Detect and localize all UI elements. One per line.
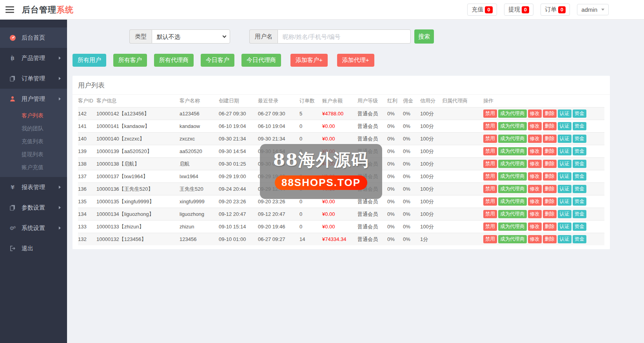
row-action-make-agent[interactable]: 成为代理商 xyxy=(498,160,527,168)
row-action-verify[interactable]: 认证 xyxy=(558,122,571,130)
search-button[interactable]: 搜索 xyxy=(414,29,434,44)
orders-button[interactable]: 订单 0 xyxy=(541,4,570,16)
row-action-edit[interactable]: 修改 xyxy=(528,197,542,206)
row-action-disable[interactable]: 禁用 xyxy=(483,135,497,143)
row-action-disable[interactable]: 禁用 xyxy=(483,185,497,193)
row-action-edit[interactable]: 修改 xyxy=(528,210,542,218)
row-action-funds[interactable]: 资金 xyxy=(573,122,586,130)
row-action-delete[interactable]: 删除 xyxy=(543,235,557,243)
row-action-verify[interactable]: 认证 xyxy=(558,210,571,218)
add-agent-button[interactable]: 添加代理+ xyxy=(337,54,374,67)
row-action-make-agent[interactable]: 成为代理商 xyxy=(498,122,527,130)
sidebar-item-orders[interactable]: 订单管理 xyxy=(0,68,67,89)
recharge-button[interactable]: 充值 0 xyxy=(467,4,497,16)
add-customer-button[interactable]: 添加客户+ xyxy=(290,54,328,67)
row-action-edit[interactable]: 修改 xyxy=(528,122,542,130)
cell-order-count: 0 xyxy=(299,158,322,170)
row-action-delete[interactable]: 删除 xyxy=(543,223,557,231)
row-action-make-agent[interactable]: 成为代理商 xyxy=(498,223,527,231)
row-action-delete[interactable]: 删除 xyxy=(543,135,557,143)
cell-agent xyxy=(442,195,483,208)
row-action-verify[interactable]: 认证 xyxy=(558,185,571,193)
all-agents-button[interactable]: 所有代理商 xyxy=(154,54,194,67)
row-action-verify[interactable]: 认证 xyxy=(558,135,571,143)
row-action-make-agent[interactable]: 成为代理商 xyxy=(498,185,527,193)
row-action-make-agent[interactable]: 成为代理商 xyxy=(498,135,527,143)
all-users-button[interactable]: 所有用户 xyxy=(73,54,106,67)
username-input[interactable] xyxy=(278,29,411,44)
row-action-verify[interactable]: 认证 xyxy=(558,109,571,118)
row-action-delete[interactable]: 删除 xyxy=(543,147,557,155)
submenu-item-recharge-list[interactable]: 充值列表 xyxy=(0,135,67,148)
row-action-funds[interactable]: 资金 xyxy=(573,235,586,243)
sidebar-item-users[interactable]: 用户管理 xyxy=(0,89,67,109)
row-action-funds[interactable]: 资金 xyxy=(573,135,586,143)
today-agents-button[interactable]: 今日代理商 xyxy=(241,54,281,67)
row-action-edit[interactable]: 修改 xyxy=(528,223,542,231)
row-action-disable[interactable]: 禁用 xyxy=(483,210,497,218)
row-action-funds[interactable]: 资金 xyxy=(573,223,586,231)
submenu-item-account-recharge[interactable]: 账户充值 xyxy=(0,161,67,174)
row-action-disable[interactable]: 禁用 xyxy=(483,172,497,181)
row-action-make-agent[interactable]: 成为代理商 xyxy=(498,172,527,181)
admin-user-menu[interactable]: admin xyxy=(577,4,609,15)
all-customers-button[interactable]: 所有客户 xyxy=(113,54,147,67)
row-action-disable[interactable]: 禁用 xyxy=(483,235,497,243)
row-action-delete[interactable]: 删除 xyxy=(543,197,557,206)
row-action-make-agent[interactable]: 成为代理商 xyxy=(498,109,527,118)
row-action-delete[interactable]: 删除 xyxy=(543,210,557,218)
cell-actions: 禁用成为代理商修改删除认证资金 xyxy=(483,145,604,158)
row-action-disable[interactable]: 禁用 xyxy=(483,160,497,168)
row-action-verify[interactable]: 认证 xyxy=(558,197,571,206)
row-action-verify[interactable]: 认证 xyxy=(558,172,571,181)
sidebar-item-system[interactable]: ⚙⚙ 系统设置 xyxy=(0,218,67,238)
sidebar-item-logout[interactable]: 退出 xyxy=(0,238,67,259)
row-action-disable[interactable]: 禁用 xyxy=(483,223,497,231)
row-action-edit[interactable]: 修改 xyxy=(528,109,542,118)
row-action-edit[interactable]: 修改 xyxy=(528,160,542,168)
row-action-funds[interactable]: 资金 xyxy=(573,160,586,168)
row-action-disable[interactable]: 禁用 xyxy=(483,122,497,130)
row-action-edit[interactable]: 修改 xyxy=(528,185,542,193)
row-action-make-agent[interactable]: 成为代理商 xyxy=(498,210,527,218)
row-action-delete[interactable]: 删除 xyxy=(543,122,557,130)
today-customers-button[interactable]: 今日客户 xyxy=(201,54,234,67)
row-action-funds[interactable]: 资金 xyxy=(573,109,586,118)
withdraw-button[interactable]: 提现 0 xyxy=(504,4,533,16)
row-action-disable[interactable]: 禁用 xyxy=(483,147,497,155)
submenu-item-customer-list[interactable]: 客户列表 xyxy=(0,109,67,122)
row-action-delete[interactable]: 删除 xyxy=(543,160,557,168)
row-action-funds[interactable]: 资金 xyxy=(573,185,586,193)
sidebar-item-reports[interactable]: ¥ 报表管理 xyxy=(0,177,67,197)
sidebar-item-products[interactable]: B 产品管理 xyxy=(0,48,67,68)
row-action-verify[interactable]: 认证 xyxy=(558,147,571,155)
row-action-edit[interactable]: 修改 xyxy=(528,135,542,143)
row-action-disable[interactable]: 禁用 xyxy=(483,197,497,206)
row-action-make-agent[interactable]: 成为代理商 xyxy=(498,235,527,243)
submenu-item-my-team[interactable]: 我的团队 xyxy=(0,122,67,135)
row-action-disable[interactable]: 禁用 xyxy=(483,109,497,118)
row-action-verify[interactable]: 认证 xyxy=(558,160,571,168)
row-action-make-agent[interactable]: 成为代理商 xyxy=(498,197,527,206)
sidebar-item-dashboard[interactable]: 后台首页 xyxy=(0,27,67,48)
row-action-verify[interactable]: 认证 xyxy=(558,235,571,243)
row-action-delete[interactable]: 删除 xyxy=(543,185,557,193)
row-action-edit[interactable]: 修改 xyxy=(528,172,542,181)
row-action-delete[interactable]: 删除 xyxy=(543,172,557,181)
submenu-item-withdraw-list[interactable]: 提现列表 xyxy=(0,148,67,161)
chevron-right-icon xyxy=(59,57,61,60)
row-action-funds[interactable]: 资金 xyxy=(573,197,586,206)
row-action-make-agent[interactable]: 成为代理商 xyxy=(498,147,527,155)
type-select[interactable]: 默认不选 xyxy=(152,29,230,44)
row-action-delete[interactable]: 删除 xyxy=(543,109,557,118)
hamburger-menu-icon[interactable] xyxy=(5,5,14,15)
row-action-funds[interactable]: 资金 xyxy=(573,210,586,218)
row-action-edit[interactable]: 修改 xyxy=(528,235,542,243)
row-action-funds[interactable]: 资金 xyxy=(573,172,586,181)
cell-actions: 禁用成为代理商修改删除认证资金 xyxy=(483,170,604,183)
sidebar-item-params[interactable]: 参数设置 xyxy=(0,197,67,218)
row-action-verify[interactable]: 认证 xyxy=(558,223,571,231)
cell-user-level: 普通会员 xyxy=(357,233,387,246)
row-action-funds[interactable]: 资金 xyxy=(573,147,586,155)
row-action-edit[interactable]: 修改 xyxy=(528,147,542,155)
